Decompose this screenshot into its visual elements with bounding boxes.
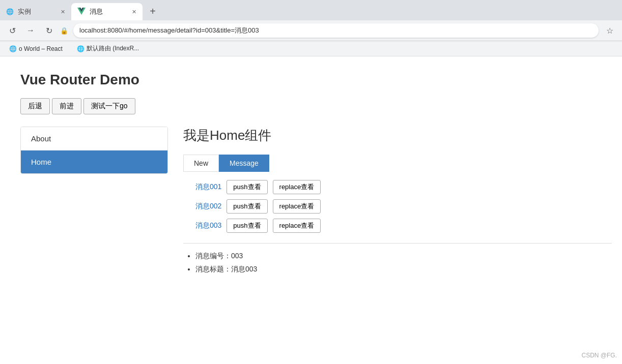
sub-nav: New Message xyxy=(183,155,612,172)
globe-icon-2: 🌐 xyxy=(77,45,84,52)
browser-chrome: 🌐 实例 ✕ 消息 ✕ + ↺ → ↻ 🔒 ☆ 🌐 o World – Re xyxy=(0,0,622,351)
refresh-button[interactable]: ↻ xyxy=(42,23,56,38)
bookmarks-bar: 🌐 o World – React 🌐 默认路由 (IndexR... xyxy=(0,41,622,56)
main-layout: About Home 我是Home组件 New Message xyxy=(20,127,612,278)
test-button[interactable]: 测试一下go xyxy=(83,98,135,114)
bookmark-label-1: o World – React xyxy=(19,45,63,52)
bookmark-world-react[interactable]: 🌐 o World – React xyxy=(6,44,66,53)
back-browser-button[interactable]: ↺ xyxy=(5,23,19,38)
message-item-003: 消息003 push查看 replace查看 xyxy=(195,219,612,233)
tab-label-inactive: 实例 xyxy=(18,7,31,16)
message-item-001: 消息001 push查看 replace查看 xyxy=(195,180,612,194)
detail-title-value: 消息003 xyxy=(231,265,257,273)
globe-icon-1: 🌐 xyxy=(9,45,17,52)
address-input[interactable] xyxy=(73,23,599,38)
back-button[interactable]: 后退 xyxy=(20,98,50,114)
message-link-002[interactable]: 消息002 xyxy=(195,202,221,211)
forward-button[interactable]: 前进 xyxy=(52,98,81,114)
message-item-002: 消息002 push查看 replace查看 xyxy=(195,199,612,214)
detail-id-label: 消息编号： xyxy=(195,252,231,260)
tab-favicon-default: 🌐 xyxy=(6,8,14,15)
sidebar-item-about[interactable]: About xyxy=(21,127,167,150)
push-btn-002[interactable]: push查看 xyxy=(227,199,267,214)
divider xyxy=(183,243,612,244)
right-content: 我是Home组件 New Message 消息001 push查看 repl xyxy=(183,127,612,278)
message-list: 消息001 push查看 replace查看 消息002 push查看 repl… xyxy=(183,180,612,233)
forward-browser-button[interactable]: → xyxy=(23,23,38,38)
page-content: Vue Router Demo 后退 前进 测试一下go About Home … xyxy=(0,56,622,351)
push-btn-003[interactable]: push查看 xyxy=(227,219,267,233)
sidebar-item-home[interactable]: Home xyxy=(21,150,167,173)
address-bar-row: ↺ → ↻ 🔒 ☆ xyxy=(0,20,622,41)
tab-inactive[interactable]: 🌐 实例 ✕ xyxy=(0,3,71,20)
sub-nav-message-label: Message xyxy=(230,159,259,167)
detail-id-row: 消息编号：003 xyxy=(195,252,612,261)
star-button[interactable]: ☆ xyxy=(603,23,617,38)
tab-active[interactable]: 消息 ✕ xyxy=(71,3,143,20)
tab-close-active[interactable]: ✕ xyxy=(132,9,136,15)
bookmark-indexr[interactable]: 🌐 默认路由 (IndexR... xyxy=(74,43,142,54)
sub-nav-new[interactable]: New xyxy=(183,155,219,172)
detail-title-row: 消息标题：消息003 xyxy=(195,265,612,274)
replace-btn-003[interactable]: replace查看 xyxy=(273,219,321,233)
detail-title-label: 消息标题： xyxy=(195,265,231,273)
sub-nav-new-label: New xyxy=(194,159,208,167)
push-btn-001[interactable]: push查看 xyxy=(227,180,267,194)
home-component-title: 我是Home组件 xyxy=(183,127,612,144)
bookmark-label-2: 默认路由 (IndexR... xyxy=(87,44,139,53)
lock-icon: 🔒 xyxy=(60,27,68,35)
new-tab-button[interactable]: + xyxy=(145,3,161,19)
app-title: Vue Router Demo xyxy=(20,72,612,88)
message-link-003[interactable]: 消息003 xyxy=(195,221,221,230)
nav-buttons: 后退 前进 测试一下go xyxy=(20,98,612,114)
sidebar-about-label: About xyxy=(31,134,51,143)
sub-nav-message[interactable]: Message xyxy=(219,155,269,172)
tab-bar: 🌐 实例 ✕ 消息 ✕ + xyxy=(0,0,622,20)
message-detail: 消息编号：003 消息标题：消息003 xyxy=(183,252,612,274)
sidebar-nav: About Home xyxy=(20,127,168,174)
tab-close-inactive[interactable]: ✕ xyxy=(61,9,65,15)
tab-label-active: 消息 xyxy=(90,7,103,16)
message-link-001[interactable]: 消息001 xyxy=(195,183,221,192)
replace-btn-001[interactable]: replace查看 xyxy=(273,180,321,194)
replace-btn-002[interactable]: replace查看 xyxy=(273,199,321,214)
tab-favicon-vue xyxy=(77,7,86,17)
sidebar-home-label: Home xyxy=(31,158,51,166)
detail-id-value: 003 xyxy=(231,252,243,260)
